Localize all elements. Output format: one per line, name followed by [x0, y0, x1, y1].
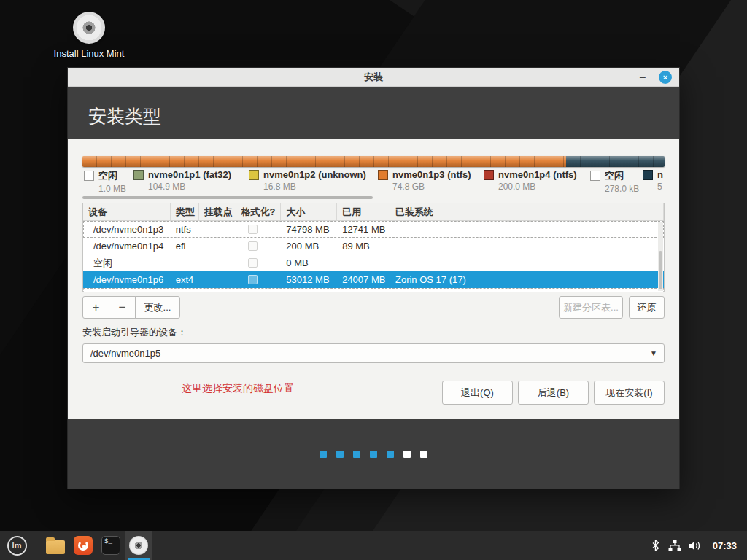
column-header[interactable]: 设备	[83, 203, 171, 220]
format-checkbox[interactable]	[248, 275, 258, 284]
column-header[interactable]: 已用	[337, 203, 390, 220]
scrollbar-thumb[interactable]	[659, 251, 662, 289]
bootloader-device-select[interactable]: /dev/nvme0n1p5 ▼	[82, 343, 665, 363]
change-partition-button[interactable]: 更改...	[135, 296, 180, 319]
legend-item: nvme0n1p3 (ntfs)74.8 GB	[378, 169, 471, 192]
bootloader-device-label: 安装启动引导器的设备：	[82, 326, 187, 339]
cell-installed-system: Zorin OS 17 (17)	[390, 274, 664, 285]
legend-partition-name: n	[657, 169, 663, 180]
column-header[interactable]: 已装系统	[390, 203, 664, 220]
taskbar-clock[interactable]: 07:33	[713, 540, 737, 551]
partition-actions-row: + − 更改... 新建分区表... 还原	[82, 296, 665, 319]
close-button[interactable]: ×	[659, 71, 672, 84]
network-icon[interactable]	[668, 540, 681, 551]
taskbar: lm $_ 07:33	[0, 531, 747, 560]
cell-size: 74798 MB	[281, 224, 337, 235]
progress-dot	[336, 451, 344, 458]
cell-format	[236, 275, 282, 284]
legend-partition-size: 74.8 GB	[392, 182, 471, 192]
table-row-clipped[interactable]	[83, 288, 664, 292]
desktop-icon-label: Install Linux Mint	[48, 48, 130, 59]
taskbar-separator	[34, 536, 34, 555]
cell-size: 0 MB	[281, 257, 337, 268]
partition-table-header: 设备类型挂载点格式化?大小已用已装系统	[83, 203, 664, 221]
volume-icon[interactable]	[689, 540, 702, 551]
revert-button[interactable]: 还原	[629, 296, 665, 319]
back-button[interactable]: 后退(B)	[518, 381, 589, 405]
table-row[interactable]: 空闲0 MB	[83, 254, 664, 271]
column-header[interactable]: 类型	[171, 203, 199, 220]
table-row[interactable]: /dev/nvme0n1p6ext453012 MB24007 MBZorin …	[83, 271, 664, 288]
add-partition-button[interactable]: +	[82, 296, 109, 319]
legend-partition-name: nvme0n1p3 (ntfs)	[392, 169, 471, 180]
quit-button[interactable]: 退出(Q)	[442, 381, 513, 405]
table-row[interactable]: /dev/nvme0n1p3ntfs74798 MB12741 MB	[83, 221, 664, 238]
bootloader-device-value: /dev/nvme0n1p5	[90, 344, 160, 362]
legend-partition-name: 空闲	[98, 169, 117, 182]
taskbar-firefox-button[interactable]	[69, 531, 97, 560]
cell-size: 200 MB	[281, 241, 337, 252]
cell-used: 89 MB	[337, 241, 390, 252]
cell-device: /dev/nvme0n1p4	[83, 241, 171, 252]
format-checkbox[interactable]	[248, 258, 258, 268]
legend-item: n5	[643, 169, 663, 192]
column-header[interactable]: 大小	[281, 203, 337, 220]
taskbar-installer-button[interactable]	[125, 531, 152, 560]
cell-device: /dev/nvme0n1p6	[83, 274, 171, 285]
legend-item: 空闲1.0 MB	[84, 169, 126, 194]
partition-legend: 空闲1.0 MBnvme0n1p1 (fat32)104.9 MBnvme0n1…	[82, 169, 665, 194]
format-checkbox[interactable]	[248, 225, 258, 234]
legend-partition-size: 1.0 MB	[98, 184, 126, 194]
wizard-footer	[68, 419, 679, 489]
wizard-progress-dots	[68, 451, 679, 458]
legend-item-top: nvme0n1p1 (fat32)	[133, 169, 231, 180]
legend-item: nvme0n1p4 (ntfs)200.0 MB	[484, 169, 577, 192]
remove-partition-button[interactable]: −	[109, 296, 136, 319]
legend-scrollbar[interactable]	[82, 196, 373, 199]
legend-item-top: 空闲	[84, 169, 126, 182]
installer-window: 安装 – × 安装类型 空闲1.0 MBnvme0n1p1 (fat32)104…	[67, 67, 680, 489]
desktop-icon-install-linux-mint[interactable]: Install Linux Mint	[48, 12, 130, 59]
folder-icon	[46, 540, 65, 554]
legend-partition-size: 278.0 kB	[605, 184, 639, 194]
taskbar-terminal-button[interactable]: $_	[97, 531, 125, 560]
cell-size: 53012 MB	[281, 274, 337, 285]
legend-partition-name: nvme0n1p1 (fat32)	[148, 169, 231, 180]
new-partition-table-button[interactable]: 新建分区表...	[559, 296, 623, 319]
partition-table: 设备类型挂载点格式化?大小已用已装系统 /dev/nvme0n1p3ntfs74…	[82, 203, 665, 292]
taskbar-files-button[interactable]	[42, 531, 69, 560]
system-tray: 07:33	[651, 540, 747, 551]
format-checkbox[interactable]	[248, 241, 258, 251]
legend-color-swatch	[84, 171, 94, 181]
chevron-down-icon: ▼	[650, 344, 657, 362]
cell-device: 空闲	[83, 257, 171, 270]
cd-disc-icon	[73, 12, 105, 44]
legend-item: 空闲278.0 kB	[590, 169, 639, 194]
table-vertical-scrollbar[interactable]	[658, 222, 663, 291]
firefox-icon	[74, 536, 93, 555]
legend-color-swatch	[484, 170, 494, 180]
column-header[interactable]: 格式化?	[236, 203, 282, 220]
progress-dot	[387, 451, 394, 458]
table-row[interactable]: /dev/nvme0n1p4efi200 MB89 MB	[83, 238, 664, 254]
partition-bar-segment	[566, 156, 665, 167]
window-titlebar[interactable]: 安装 – ×	[68, 68, 679, 87]
legend-item-top: nvme0n1p4 (ntfs)	[484, 169, 577, 180]
window-title: 安装	[68, 68, 679, 87]
minimize-button[interactable]: –	[635, 68, 650, 85]
cell-format	[236, 225, 282, 234]
install-now-button[interactable]: 现在安装(I)	[594, 381, 665, 405]
bluetooth-icon[interactable]	[651, 540, 660, 551]
legend-partition-name: 空闲	[605, 169, 624, 182]
progress-dot	[403, 451, 411, 458]
cell-type: ext4	[171, 274, 199, 285]
legend-item-top: nvme0n1p2 (unknown)	[249, 169, 366, 180]
legend-partition-size: 16.8 MB	[263, 182, 366, 192]
terminal-icon: $_	[101, 536, 120, 555]
column-header[interactable]: 挂载点	[199, 203, 236, 220]
page-header: 安装类型	[68, 87, 679, 139]
cell-format	[236, 258, 282, 268]
legend-item: nvme0n1p1 (fat32)104.9 MB	[133, 169, 231, 192]
mint-menu-button[interactable]: lm	[0, 531, 34, 560]
legend-item-top: n	[643, 169, 663, 180]
